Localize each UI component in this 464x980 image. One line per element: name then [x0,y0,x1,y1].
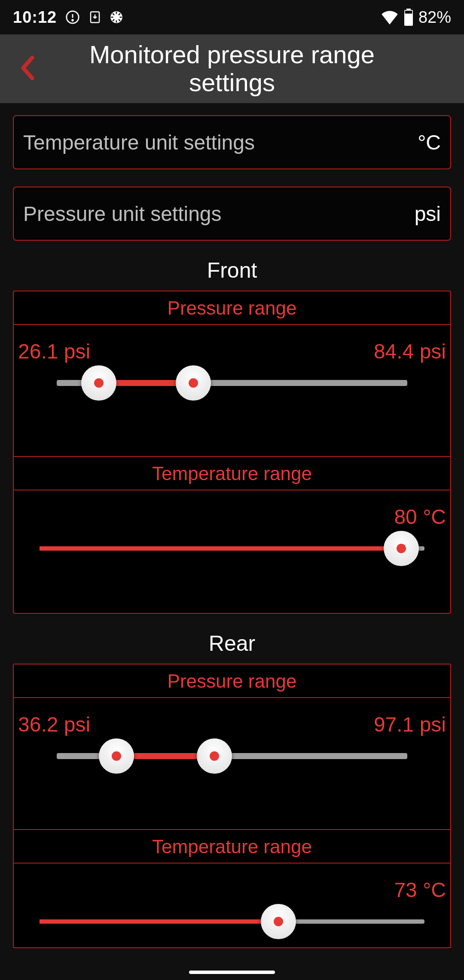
pressure-unit-row[interactable]: Pressure unit settings psi [13,187,451,241]
temperature-unit-value: °C [418,131,441,154]
svg-rect-15 [405,11,412,14]
front-temperature-heading: Temperature range [14,456,450,490]
rear-section-title: Rear [13,631,451,656]
front-box: Pressure range 26.1 psi 84.4 psi Tempera… [13,291,451,614]
front-pressure-min-thumb[interactable] [81,365,116,401]
front-temperature-body: 80 °C [14,490,450,613]
alert-icon [65,10,80,24]
rear-pressure-heading: Pressure range [14,665,450,698]
status-bar: 10:12 82% [0,0,464,34]
wifi-icon [381,10,399,24]
front-pressure-slider[interactable] [57,379,407,387]
download-icon [89,11,101,24]
app-header: Monitored pressure range settings [0,34,464,103]
rear-pressure-slider[interactable] [57,752,407,760]
rear-box: Pressure range 36.2 psi 97.1 psi Tempera… [13,664,451,948]
svg-point-2 [72,20,73,21]
front-pressure-min-label: 26.1 psi [18,340,90,363]
front-section-title: Front [13,258,451,283]
rear-pressure-body: 36.2 psi 97.1 psi [14,698,450,829]
rear-pressure-min-label: 36.2 psi [18,713,90,736]
rear-temperature-max-label: 73 °C [394,878,446,902]
svg-rect-14 [406,9,411,10]
front-pressure-max-thumb[interactable] [176,365,211,401]
front-temperature-slider[interactable] [40,544,424,553]
spinner-icon [110,11,123,24]
temperature-unit-row[interactable]: Temperature unit settings °C [13,115,451,169]
pressure-unit-value: psi [415,202,441,226]
temperature-unit-label: Temperature unit settings [23,131,418,154]
battery-icon [403,9,414,26]
front-pressure-max-label: 84.4 psi [374,340,446,363]
content: Temperature unit settings °C Pressure un… [0,103,464,948]
rear-pressure-max-thumb[interactable] [197,738,232,774]
home-indicator[interactable] [189,971,275,974]
front-temperature-thumb[interactable] [384,531,419,566]
rear-temperature-heading: Temperature range [14,829,450,864]
page-title: Monitored pressure range settings [0,41,464,97]
back-button[interactable] [17,55,37,83]
rear-temperature-slider[interactable] [40,917,424,926]
front-temperature-max-label: 80 °C [394,505,446,529]
front-pressure-heading: Pressure range [14,291,450,325]
pressure-unit-label: Pressure unit settings [23,202,415,226]
clock: 10:12 [13,8,57,27]
slider-track-active [40,919,278,924]
rear-temperature-thumb[interactable] [261,904,296,939]
slider-track-active [40,546,401,551]
rear-temperature-body: 73 °C [14,864,450,947]
rear-pressure-min-thumb[interactable] [99,738,134,774]
front-pressure-body: 26.1 psi 84.4 psi [14,325,450,456]
battery-percent: 82% [418,8,451,27]
rear-pressure-max-label: 97.1 psi [374,713,446,736]
